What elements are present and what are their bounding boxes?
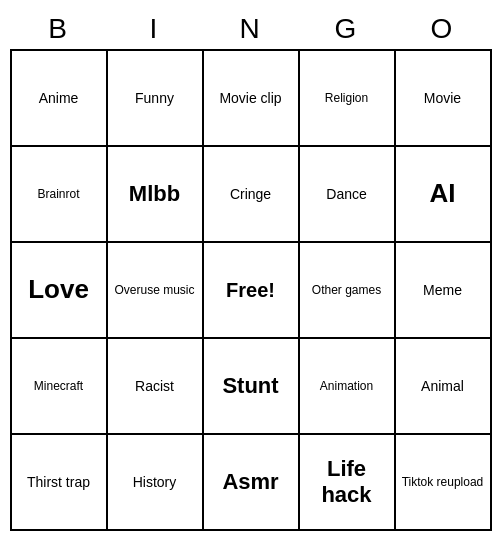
header-o: O — [395, 13, 491, 45]
cell-r1-c1: Mlbb — [108, 147, 204, 243]
cell-r3-c0: Minecraft — [12, 339, 108, 435]
cell-r0-c4: Movie — [396, 51, 492, 147]
cell-r3-c1: Racist — [108, 339, 204, 435]
cell-r4-c3: Life hack — [300, 435, 396, 531]
cell-r0-c1: Funny — [108, 51, 204, 147]
cell-r1-c3: Dance — [300, 147, 396, 243]
header-n: N — [203, 13, 299, 45]
header-i: I — [107, 13, 203, 45]
header-b: B — [11, 13, 107, 45]
cell-r1-c4: AI — [396, 147, 492, 243]
cell-r3-c2: Stunt — [204, 339, 300, 435]
cell-r3-c4: Animal — [396, 339, 492, 435]
cell-r4-c4: Tiktok reupload — [396, 435, 492, 531]
cell-r4-c0: Thirst trap — [12, 435, 108, 531]
bingo-grid: AnimeFunnyMovie clipReligionMovieBrainro… — [10, 49, 492, 531]
cell-r2-c0: Love — [12, 243, 108, 339]
cell-r0-c3: Religion — [300, 51, 396, 147]
bingo-card: B I N G O AnimeFunnyMovie clipReligionMo… — [11, 13, 491, 531]
cell-r3-c3: Animation — [300, 339, 396, 435]
cell-r2-c3: Other games — [300, 243, 396, 339]
cell-r0-c2: Movie clip — [204, 51, 300, 147]
cell-r1-c2: Cringe — [204, 147, 300, 243]
cell-r4-c1: History — [108, 435, 204, 531]
cell-r1-c0: Brainrot — [12, 147, 108, 243]
cell-r2-c4: Meme — [396, 243, 492, 339]
cell-r2-c1: Overuse music — [108, 243, 204, 339]
cell-r0-c0: Anime — [12, 51, 108, 147]
header-g: G — [299, 13, 395, 45]
cell-r4-c2: Asmr — [204, 435, 300, 531]
bingo-header: B I N G O — [11, 13, 491, 45]
cell-r2-c2: Free! — [204, 243, 300, 339]
